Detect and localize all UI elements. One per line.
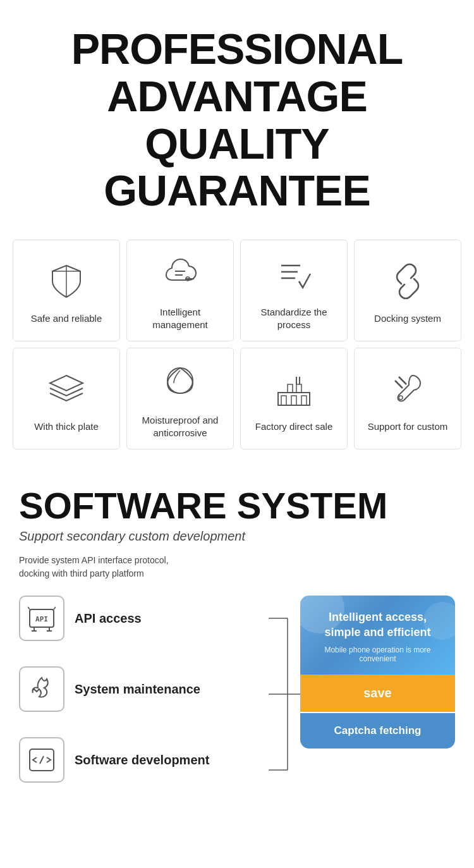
feature-moisture-label: Moistureproof and anticorrosive (132, 414, 228, 439)
connector-bracket (269, 596, 300, 808)
svg-rect-14 (296, 384, 301, 393)
api-icon-box: API (19, 596, 64, 641)
feature-standardize: Standardize the process (240, 240, 348, 341)
panel-sub-text: Mobile phone operation is more convenien… (312, 645, 444, 663)
svg-rect-13 (288, 384, 293, 393)
leaf-icon (158, 361, 202, 405)
header-section: PROFESSIONAL ADVANTAGE QUALITY GUARANTEE (0, 0, 474, 233)
header-line2: ADVANTAGE (13, 73, 461, 120)
software-item-api: API API access (19, 596, 269, 641)
header-line1: PROFESSIONAL (13, 25, 461, 73)
svg-point-8 (167, 368, 193, 393)
software-item-maintenance: System maintenance (19, 666, 269, 712)
software-section: SOFTWARE SYSTEM Support secondary custom… (0, 468, 474, 821)
tools-icon (386, 367, 430, 412)
software-item-dev: Software development (19, 737, 269, 783)
feature-moisture: Moistureproof and anticorrosive (126, 348, 234, 449)
svg-line-17 (395, 381, 403, 388)
feature-custom-label: Support for custom (368, 420, 448, 433)
factory-icon (272, 367, 316, 412)
checklist-icon (272, 253, 316, 297)
software-title: SOFTWARE SYSTEM (19, 487, 455, 524)
feature-standardize-label: Standardize the process (246, 306, 342, 331)
svg-rect-9 (278, 393, 310, 405)
svg-rect-10 (281, 396, 286, 405)
shield-icon (44, 259, 88, 303)
software-items: API API access (19, 596, 269, 808)
feature-intelligent-label: Intelligent management (132, 306, 228, 331)
code-icon-box (19, 737, 64, 783)
header-title: PROFESSIONAL ADVANTAGE QUALITY GUARANTEE (13, 25, 461, 214)
svg-line-26 (28, 607, 30, 609)
save-button[interactable]: save (300, 675, 455, 712)
feature-thick-label: With thick plate (34, 420, 99, 433)
feature-custom: Support for custom (354, 348, 461, 449)
software-subtitle: Support secondary custom development (19, 529, 455, 544)
features-row-2: With thick plate Moistureproof and antic… (13, 348, 461, 449)
right-panel: Intelligent access, simple and efficient… (300, 596, 455, 808)
feature-safe: Safe and reliable (13, 240, 120, 341)
svg-point-19 (399, 396, 403, 400)
maintenance-label: System maintenance (75, 681, 200, 697)
dev-label: Software development (75, 752, 209, 768)
wrench-icon-box (19, 666, 64, 712)
svg-text:API: API (35, 615, 48, 623)
feature-thick: With thick plate (13, 348, 120, 449)
software-layout: API API access (19, 596, 455, 808)
panel-main-text: Intelligent access, simple and efficient (312, 609, 444, 640)
svg-rect-11 (291, 396, 296, 405)
cloud-settings-icon (158, 253, 202, 297)
link-icon (386, 259, 430, 303)
feature-factory-label: Factory direct sale (255, 420, 333, 433)
svg-marker-7 (50, 376, 83, 391)
layers-icon (44, 367, 88, 412)
panel-blue-header: Intelligent access, simple and efficient… (300, 596, 455, 675)
svg-rect-12 (301, 396, 307, 405)
feature-safe-label: Safe and reliable (31, 312, 102, 325)
software-description: Provide system API interface protocol,do… (19, 554, 455, 580)
header-line3: QUALITY GUARANTEE (13, 120, 461, 215)
feature-docking-label: Docking system (374, 312, 441, 325)
api-label: API access (75, 610, 142, 627)
svg-line-18 (399, 377, 406, 384)
feature-docking: Docking system (354, 240, 461, 341)
svg-line-27 (54, 607, 56, 609)
features-row-1: Safe and reliable Intelligent management (13, 240, 461, 341)
feature-factory: Factory direct sale (240, 348, 348, 449)
feature-intelligent: Intelligent management (126, 240, 234, 341)
features-section: Safe and reliable Intelligent management (0, 233, 474, 468)
svg-line-29 (40, 756, 44, 764)
captcha-button[interactable]: Captcha fetching (300, 713, 455, 749)
